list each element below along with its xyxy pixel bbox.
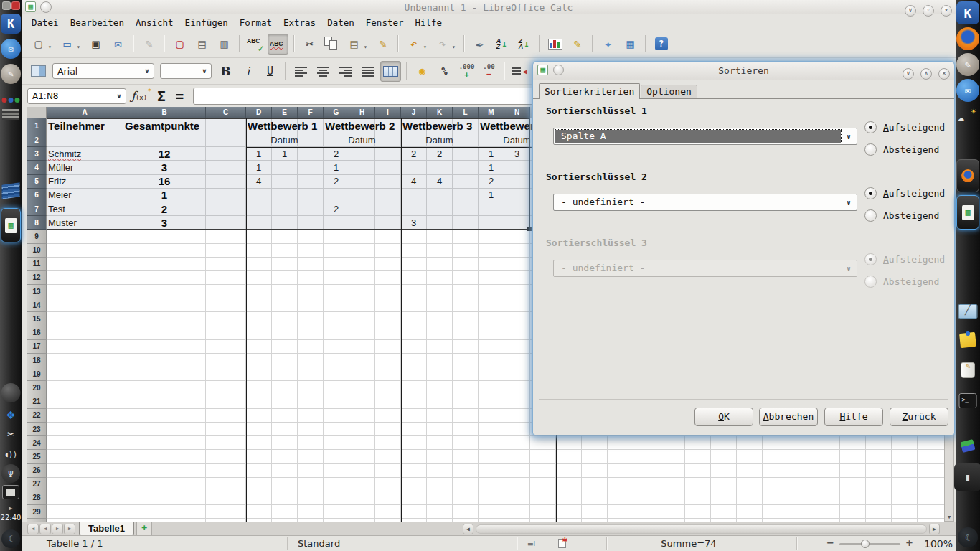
cell-V25[interactable] [711, 450, 737, 463]
row-header-22[interactable]: 22 [27, 409, 47, 423]
cut-icon[interactable]: ✂ [300, 34, 319, 54]
cell-E23[interactable] [272, 423, 298, 436]
cell-T25[interactable] [659, 450, 685, 463]
gimp-icon[interactable]: ✎ [1, 64, 21, 84]
cell-A26[interactable] [47, 464, 123, 478]
cell-B25[interactable] [123, 450, 206, 463]
cell-D24[interactable] [246, 436, 272, 450]
cell-Q26[interactable] [582, 464, 608, 478]
cell-C5[interactable] [206, 175, 246, 189]
cell-AA29[interactable] [840, 505, 866, 519]
cell-H9[interactable] [349, 230, 375, 243]
column-header-L[interactable]: L [453, 107, 479, 118]
cell-H5[interactable] [349, 175, 375, 189]
clock[interactable]: 22:40 [0, 514, 22, 522]
cell-H25[interactable] [349, 450, 375, 463]
cell-E19[interactable] [272, 367, 298, 381]
grid-corner[interactable] [27, 107, 47, 118]
cell-D2[interactable] [246, 133, 272, 147]
cell-F21[interactable] [298, 395, 324, 409]
cell-E3[interactable]: 1 [272, 147, 298, 161]
wolf-icon[interactable] [1, 383, 21, 402]
cell-G26[interactable] [324, 464, 349, 478]
cell-P27[interactable] [556, 478, 582, 491]
cell-N2[interactable]: Datum [504, 133, 530, 147]
cell-Z24[interactable] [814, 436, 840, 450]
cell-I23[interactable] [375, 423, 401, 436]
cell-N22[interactable] [504, 409, 530, 423]
cell-F17[interactable] [298, 340, 324, 354]
cell-Q24[interactable] [582, 436, 608, 450]
night-mode-icon[interactable]: ☾ [1, 529, 20, 548]
cell-N26[interactable] [504, 464, 530, 478]
underline-icon[interactable]: U [260, 62, 280, 81]
cell-C22[interactable] [206, 409, 246, 423]
cell-N3[interactable]: 3 [504, 147, 530, 161]
cell-J22[interactable] [401, 409, 427, 423]
cell-Z28[interactable] [814, 491, 840, 505]
cell-D7[interactable] [246, 202, 272, 216]
align-center-icon[interactable] [314, 62, 333, 81]
cell-B28[interactable] [123, 491, 206, 505]
desktop-dots-icon[interactable] [1, 98, 21, 104]
cell-V29[interactable] [711, 505, 737, 519]
horizontal-scrollbar[interactable]: ◀ ▶ [463, 524, 940, 534]
row-header-3[interactable]: 3 [27, 147, 47, 161]
cell-W28[interactable] [737, 491, 763, 505]
cell-M23[interactable] [479, 423, 504, 436]
column-header-K[interactable]: K [427, 107, 453, 118]
cell-J24[interactable] [401, 436, 427, 450]
cell-K8[interactable] [427, 216, 453, 230]
cell-J8[interactable]: 3 [401, 216, 427, 230]
cell-L21[interactable] [453, 395, 479, 409]
page-preview-icon[interactable]: ▥ [215, 34, 234, 54]
row-header-29[interactable]: 29 [27, 505, 47, 519]
cell-B7[interactable]: 2 [123, 202, 206, 216]
cell-D8[interactable] [246, 216, 272, 230]
cell-A20[interactable] [47, 381, 123, 395]
insert-mode-icon[interactable]: ▬I [527, 540, 535, 547]
row-header-27[interactable]: 27 [27, 478, 47, 491]
cell-K11[interactable] [427, 258, 453, 271]
cell-U24[interactable] [685, 436, 711, 450]
cell-L15[interactable] [453, 312, 479, 326]
cell-C12[interactable] [206, 271, 246, 285]
cell-AC26[interactable] [892, 464, 918, 478]
cell-H2[interactable]: Datum [349, 133, 375, 147]
cell-B13[interactable] [123, 285, 206, 298]
cell-G28[interactable] [324, 491, 349, 505]
cell-F4[interactable] [298, 161, 324, 174]
cell-C1[interactable] [206, 118, 246, 133]
column-header-A[interactable]: A [47, 107, 123, 118]
cell-G23[interactable] [324, 423, 349, 436]
cell-AA24[interactable] [840, 436, 866, 450]
dialog-titlebar[interactable]: ▦ Sortieren ∨∧× [533, 62, 954, 80]
row-header-9[interactable]: 9 [27, 230, 47, 243]
cell-I21[interactable] [375, 395, 401, 409]
cell-Q25[interactable] [582, 450, 608, 463]
cell-F14[interactable] [298, 298, 324, 312]
cell-A23[interactable] [47, 423, 123, 436]
cell-I29[interactable] [375, 505, 401, 519]
cell-K22[interactable] [427, 409, 453, 423]
cell-F25[interactable] [298, 450, 324, 463]
column-header-I[interactable]: I [375, 107, 401, 118]
cell-I24[interactable] [375, 436, 401, 450]
cell-L29[interactable] [453, 505, 479, 519]
weather-icon[interactable]: ☀☁ [958, 106, 978, 122]
cell-I14[interactable] [375, 298, 401, 312]
cell-I5[interactable] [375, 175, 401, 189]
sort-key-combobox-1[interactable]: Spalte A∨ [553, 128, 857, 145]
column-header-D[interactable]: D [246, 107, 272, 118]
radio-circle[interactable] [864, 187, 877, 199]
cell-A17[interactable] [47, 340, 123, 354]
previous-sheet-button[interactable]: ◀ [39, 524, 51, 534]
cell-N10[interactable] [504, 244, 530, 258]
menu-format[interactable]: Format [234, 16, 278, 29]
cell-I20[interactable] [375, 381, 401, 395]
cell-I6[interactable] [375, 189, 401, 202]
cell-AC24[interactable] [892, 436, 918, 450]
cell-K5[interactable]: 4 [427, 175, 453, 189]
expander-icon[interactable]: ▶ [6, 504, 15, 512]
cell-F19[interactable] [298, 367, 324, 381]
